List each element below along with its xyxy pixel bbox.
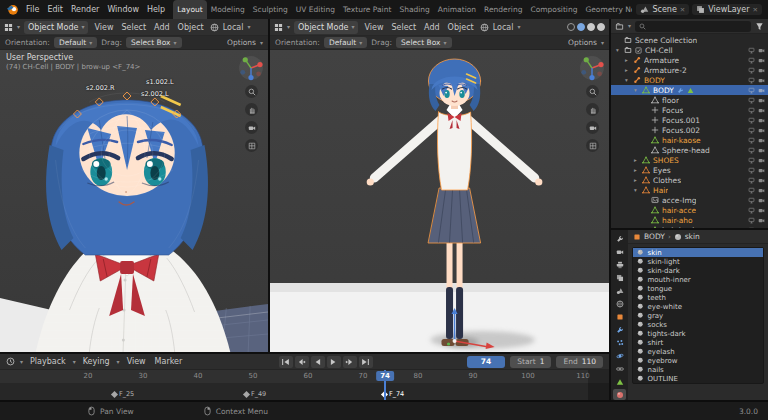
hide-viewport-icon[interactable]: [748, 77, 755, 84]
hide-render-icon[interactable]: [758, 87, 765, 94]
tab-scene[interactable]: [613, 286, 626, 297]
material-slot[interactable]: eyebrow: [633, 356, 763, 365]
outliner-row[interactable]: ▸ Armature: [611, 55, 768, 65]
editor-type-icon[interactable]: [274, 23, 283, 32]
outliner-row[interactable]: ▸ Eyes: [611, 165, 768, 175]
material-slot[interactable]: teeth: [633, 293, 763, 302]
tab-texture-paint[interactable]: Texture Paint: [339, 0, 395, 19]
select-box-dropdown[interactable]: Select Box ▾: [396, 37, 451, 48]
tab-layout[interactable]: Layout: [173, 0, 207, 19]
scene-unlink-icon[interactable]: ✕: [680, 6, 685, 14]
options-button[interactable]: Options: [568, 38, 597, 47]
tab-constraints[interactable]: [613, 363, 626, 374]
material-slot[interactable]: skin-dark: [633, 266, 763, 275]
material-slot[interactable]: mouth-inner: [633, 275, 763, 284]
pan-hand-icon[interactable]: [586, 103, 599, 116]
jump-to-end-button[interactable]: [359, 356, 373, 368]
hide-viewport-icon[interactable]: [748, 157, 755, 164]
outliner-row[interactable]: Focus.001: [611, 115, 768, 125]
outliner-search[interactable]: [635, 21, 751, 32]
material-slot[interactable]: gray: [633, 311, 763, 320]
current-frame-field[interactable]: 74: [467, 356, 505, 368]
collection-checkbox-icon[interactable]: [635, 47, 642, 54]
hide-render-icon[interactable]: [758, 137, 765, 144]
tab-view-layer[interactable]: [613, 273, 626, 284]
hide-viewport-icon[interactable]: [748, 87, 755, 94]
hide-render-icon[interactable]: [758, 147, 765, 154]
menu-view[interactable]: View: [92, 23, 115, 32]
jump-to-start-button[interactable]: [279, 356, 293, 368]
viewport-right-canvas[interactable]: [270, 50, 609, 352]
outliner-row[interactable]: Focus: [611, 105, 768, 115]
frame-end-field[interactable]: End 110: [556, 356, 603, 368]
hide-render-icon[interactable]: [758, 57, 765, 64]
material-shading-icon[interactable]: [587, 23, 595, 31]
outliner-row[interactable]: ▾ CH-Cell: [611, 45, 768, 55]
viewport-left-canvas[interactable]: User Perspective (74) CH-Cell | BODY | b…: [0, 50, 268, 352]
playhead-frame-label[interactable]: 74: [376, 371, 394, 381]
orientation-value[interactable]: Local: [223, 23, 244, 32]
hide-render-icon[interactable]: [758, 77, 765, 84]
hide-viewport-icon[interactable]: [748, 217, 755, 224]
hide-viewport-icon[interactable]: [748, 227, 755, 229]
menu-add[interactable]: Add: [152, 23, 172, 32]
tab-geometry-nodes[interactable]: Geometry Nodes: [581, 0, 632, 19]
zoom-icon[interactable]: [586, 85, 599, 98]
orientation-select[interactable]: Default ▾: [54, 37, 97, 48]
menu-object[interactable]: Object: [176, 23, 206, 32]
tab-rendering[interactable]: Rendering: [480, 0, 526, 19]
zoom-icon[interactable]: [245, 85, 258, 98]
material-slot[interactable]: eye-white: [633, 302, 763, 311]
outliner-row[interactable]: hair-back: [611, 225, 768, 228]
hide-viewport-icon[interactable]: [748, 127, 755, 134]
outliner-row[interactable]: ▸ Clothes: [611, 175, 768, 185]
menu-help[interactable]: Help: [143, 0, 169, 19]
tab-animation[interactable]: Animation: [434, 0, 480, 19]
material-slot[interactable]: socks: [633, 320, 763, 329]
material-slot[interactable]: eyelash: [633, 347, 763, 356]
mode-dropdown[interactable]: Object Mode ▾: [294, 21, 358, 34]
hide-render-icon[interactable]: [758, 117, 765, 124]
hide-render-icon[interactable]: [758, 207, 765, 214]
material-slot[interactable]: skin-light: [633, 257, 763, 266]
orientation-value[interactable]: Local: [493, 23, 514, 32]
tab-object[interactable]: [613, 312, 626, 323]
next-keyframe-button[interactable]: [343, 356, 357, 368]
outliner-row[interactable]: floor: [611, 95, 768, 105]
menu-edit[interactable]: Edit: [43, 0, 67, 19]
timeline-marker[interactable]: F_25: [112, 390, 134, 398]
hide-viewport-icon[interactable]: [748, 187, 755, 194]
hide-render-icon[interactable]: [758, 107, 765, 114]
navigation-gizmo[interactable]: [579, 55, 605, 81]
camera-view-icon[interactable]: [586, 121, 599, 134]
menu-file[interactable]: File: [22, 0, 43, 19]
tab-world[interactable]: [613, 299, 626, 310]
hide-render-icon[interactable]: [758, 47, 765, 54]
ortho-toggle-icon[interactable]: [245, 139, 258, 152]
menu-render[interactable]: Render: [67, 0, 103, 19]
tab-shading[interactable]: Shading: [395, 0, 433, 19]
hide-viewport-icon[interactable]: [748, 117, 755, 124]
rendered-shading-icon[interactable]: [597, 23, 605, 31]
tab-render[interactable]: [613, 247, 626, 258]
prev-keyframe-button[interactable]: [295, 356, 309, 368]
viewport-left[interactable]: ▾ Object Mode ▾ View Select Add Object L…: [0, 19, 270, 352]
wireframe-shading-icon[interactable]: [567, 23, 575, 31]
tab-sculpting[interactable]: Sculpting: [249, 0, 292, 19]
outliner-row[interactable]: hair-acce: [611, 205, 768, 215]
material-slot[interactable]: tights-dark: [633, 329, 763, 338]
hide-render-icon[interactable]: [758, 157, 765, 164]
search-input[interactable]: [649, 22, 747, 31]
outliner-row[interactable]: hair-aho: [611, 215, 768, 225]
menu-select[interactable]: Select: [389, 23, 418, 32]
viewlayer-selector[interactable]: ViewLayer ✕: [692, 4, 762, 15]
outliner-editor-icon[interactable]: [615, 22, 624, 31]
hide-viewport-icon[interactable]: [748, 107, 755, 114]
material-slot[interactable]: tongue: [633, 284, 763, 293]
outliner-row[interactable]: ▾ Hair: [611, 185, 768, 195]
frame-start-field[interactable]: Start 1: [510, 356, 551, 368]
navigation-gizmo[interactable]: [238, 55, 264, 81]
menu-window[interactable]: Window: [103, 0, 143, 19]
outliner-row[interactable]: hair-kaose: [611, 135, 768, 145]
tab-physics[interactable]: [613, 350, 626, 361]
